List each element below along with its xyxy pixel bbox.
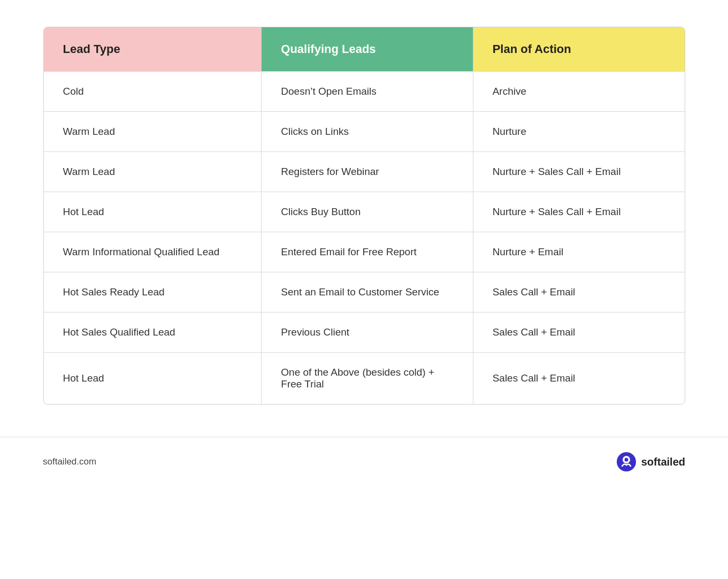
page-wrapper: Lead Type Qualifying Leads Plan of Actio… bbox=[0, 0, 728, 579]
cell-qualifying: Sent an Email to Customer Service bbox=[262, 272, 473, 313]
cell-lead-type: Hot Sales Ready Lead bbox=[44, 272, 262, 313]
footer-brand-name: softailed bbox=[641, 456, 685, 468]
cell-lead-type: Hot Lead bbox=[44, 353, 262, 405]
cell-qualifying: Previous Client bbox=[262, 313, 473, 353]
svg-point-2 bbox=[624, 458, 628, 462]
leads-table: Lead Type Qualifying Leads Plan of Actio… bbox=[44, 27, 685, 404]
table-row: Hot LeadOne of the Above (besides cold) … bbox=[44, 353, 685, 405]
cell-plan: Nurture + Sales Call + Email bbox=[473, 152, 684, 192]
col-header-qualifying: Qualifying Leads bbox=[262, 27, 473, 72]
footer-brand: softailed bbox=[617, 452, 685, 471]
table-container: Lead Type Qualifying Leads Plan of Actio… bbox=[43, 27, 685, 405]
cell-qualifying: Entered Email for Free Report bbox=[262, 232, 473, 272]
cell-plan: Sales Call + Email bbox=[473, 272, 684, 313]
cell-qualifying: Clicks Buy Button bbox=[262, 192, 473, 232]
col-header-plan: Plan of Action bbox=[473, 27, 684, 72]
cell-lead-type: Cold bbox=[44, 72, 262, 112]
table-row: Warm LeadClicks on LinksNurture bbox=[44, 112, 685, 152]
cell-qualifying: Doesn’t Open Emails bbox=[262, 72, 473, 112]
softailed-logo-icon bbox=[617, 452, 636, 471]
table-row: Warm LeadRegisters for WebinarNurture + … bbox=[44, 152, 685, 192]
cell-qualifying: One of the Above (besides cold) + Free T… bbox=[262, 353, 473, 405]
footer-url: softailed.com bbox=[43, 456, 96, 467]
cell-plan: Sales Call + Email bbox=[473, 353, 684, 405]
cell-lead-type: Warm Lead bbox=[44, 112, 262, 152]
table-row: Hot Sales Ready LeadSent an Email to Cus… bbox=[44, 272, 685, 313]
cell-plan: Archive bbox=[473, 72, 684, 112]
cell-plan: Nurture bbox=[473, 112, 684, 152]
table-row: ColdDoesn’t Open EmailsArchive bbox=[44, 72, 685, 112]
table-row: Hot LeadClicks Buy ButtonNurture + Sales… bbox=[44, 192, 685, 232]
cell-lead-type: Hot Lead bbox=[44, 192, 262, 232]
cell-qualifying: Clicks on Links bbox=[262, 112, 473, 152]
cell-lead-type: Warm Informational Qualified Lead bbox=[44, 232, 262, 272]
cell-plan: Nurture + Sales Call + Email bbox=[473, 192, 684, 232]
footer: softailed.com softailed bbox=[0, 437, 728, 486]
cell-qualifying: Registers for Webinar bbox=[262, 152, 473, 192]
cell-plan: Nurture + Email bbox=[473, 232, 684, 272]
table-row: Hot Sales Qualified LeadPrevious ClientS… bbox=[44, 313, 685, 353]
cell-lead-type: Hot Sales Qualified Lead bbox=[44, 313, 262, 353]
col-header-lead-type: Lead Type bbox=[44, 27, 262, 72]
table-row: Warm Informational Qualified LeadEntered… bbox=[44, 232, 685, 272]
cell-plan: Sales Call + Email bbox=[473, 313, 684, 353]
cell-lead-type: Warm Lead bbox=[44, 152, 262, 192]
